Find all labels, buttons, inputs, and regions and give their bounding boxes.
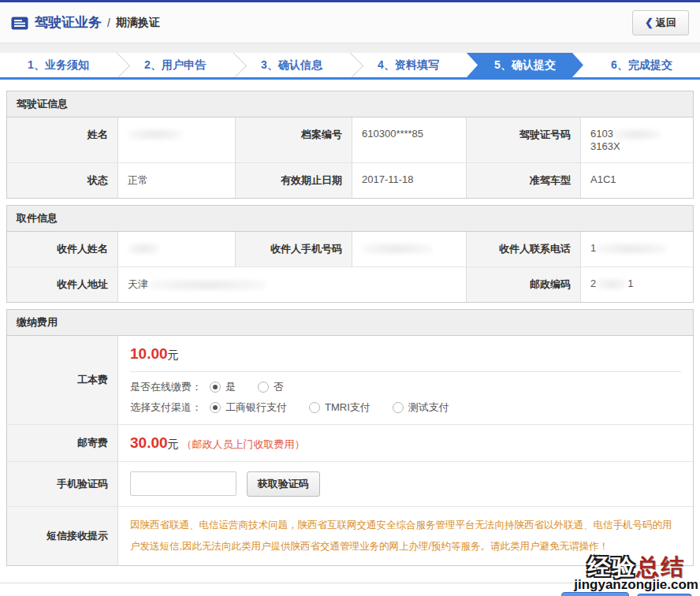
- mail-fee-label: 邮寄费: [7, 425, 118, 461]
- currency-unit: 元: [168, 348, 179, 361]
- online-pay-no-label: 否: [274, 380, 284, 394]
- vehicle-class-value: A1C1: [581, 163, 693, 198]
- table-row: 状态 正常 有效期止日期 2017-11-18 准驾车型 A1C1: [7, 163, 693, 198]
- breadcrumb-separator: /: [107, 17, 110, 29]
- online-pay-no-option[interactable]: 否: [258, 380, 284, 394]
- redacted-value: [362, 243, 433, 255]
- address-prefix: 天津: [128, 278, 148, 290]
- file-no-value: 610300****85: [352, 117, 467, 162]
- sms-tip-label: 短信接收提示: [7, 507, 118, 565]
- channel-test-option[interactable]: 测试支付: [393, 400, 449, 415]
- page-title: 驾驶证业务: [35, 13, 102, 32]
- recipient-name-value: [118, 232, 236, 266]
- footer-buttons: 上一步: [0, 583, 700, 596]
- zip-code-label: 邮政编码: [467, 267, 581, 302]
- recipient-tel-label: 收件人联系电话: [467, 232, 581, 266]
- back-button-label: 返回: [656, 17, 676, 28]
- tel-prefix: 1: [590, 242, 596, 254]
- radio-checked-icon[interactable]: [210, 402, 221, 413]
- pickup-section-title: 取件信息: [7, 206, 693, 232]
- channel-tmri-option[interactable]: TMRI支付: [309, 400, 370, 415]
- redacted-value: [148, 279, 266, 291]
- work-fee-row: 工本费 10.00元 是否在线缴费： 是 否 选择支付渠道： 工商银行支付 TM…: [7, 336, 693, 425]
- work-fee-amount: 10.00: [130, 345, 168, 362]
- sms-code-body: 获取验证码: [118, 462, 693, 506]
- expiry-value: 2017-11-18: [352, 163, 467, 198]
- redacted-value: [128, 243, 159, 255]
- page-header: 驾驶证业务 / 期满换证 ❮返回: [0, 2, 700, 43]
- license-no-prefix: 6103: [590, 128, 613, 140]
- sms-code-label: 手机验证码: [7, 462, 118, 506]
- breadcrumb-current: 期满换证: [116, 16, 160, 30]
- redacted-value: [596, 278, 627, 290]
- name-value: [118, 117, 236, 162]
- status-label: 状态: [7, 163, 118, 198]
- redacted-value: [596, 243, 667, 255]
- step-2-declaration: 2、用户申告: [117, 53, 233, 77]
- redacted-value: [128, 129, 183, 140]
- header-gap: [0, 43, 700, 53]
- mail-fee-note: （邮政人员上门收取费用）: [182, 438, 305, 450]
- step-3-confirm-info: 3、确认信息: [233, 53, 350, 77]
- mail-fee-amount: 30.00: [130, 434, 168, 451]
- online-pay-yes-option[interactable]: 是: [210, 380, 236, 394]
- radio-checked-icon[interactable]: [210, 382, 221, 393]
- work-fee-label: 工本费: [7, 336, 118, 424]
- zip-suffix: 1: [627, 278, 633, 289]
- recipient-mobile-value: [352, 232, 467, 266]
- status-value: 正常: [118, 163, 236, 198]
- expiry-label: 有效期止日期: [236, 163, 352, 198]
- license-no-value: 61033163X: [581, 117, 693, 162]
- license-no-label: 驾驶证号码: [467, 117, 581, 162]
- step-6-complete: 6、完成提交: [583, 53, 700, 77]
- channel-test-label: 测试支付: [408, 400, 449, 415]
- pay-channel-line: 选择支付渠道： 工商银行支付 TMRI支付 测试支付: [130, 400, 681, 415]
- sms-code-row: 手机验证码 获取验证码: [7, 462, 693, 507]
- sms-code-input[interactable]: [130, 471, 236, 496]
- online-pay-line: 是否在线缴费： 是 否: [130, 380, 681, 394]
- step-5-confirm-submit: 5、确认提交: [467, 53, 583, 77]
- sms-tip-text: 因陕西省联通、电信运营商技术问题，陕西省互联网交通安全综合服务管理平台无法向持陕…: [118, 507, 693, 565]
- pay-channel-question: 选择支付渠道：: [130, 400, 202, 415]
- recipient-name-label: 收件人姓名: [7, 232, 118, 266]
- online-pay-question: 是否在线缴费：: [130, 380, 202, 394]
- step-1-notice: 1、业务须知: [0, 53, 117, 77]
- recipient-tel-value: 1: [581, 232, 693, 266]
- license-section-title: 驾驶证信息: [7, 91, 693, 117]
- recipient-mobile-label: 收件人手机号码: [236, 232, 352, 266]
- recipient-address-label: 收件人地址: [7, 267, 118, 302]
- pickup-info-section: 取件信息 收件人姓名 收件人手机号码 收件人联系电话 1 收件人地址 天津 邮政…: [6, 205, 694, 303]
- license-no-suffix: 3163X: [590, 140, 620, 152]
- recipient-address-value: 天津: [118, 267, 467, 302]
- table-row: 姓名 档案编号 610300****85 驾驶证号码 61033163X: [7, 117, 693, 163]
- channel-icbc-option[interactable]: 工商银行支付: [210, 400, 287, 415]
- table-row: 收件人姓名 收件人手机号码 收件人联系电话 1: [7, 232, 693, 267]
- work-fee-body: 10.00元 是否在线缴费： 是 否 选择支付渠道： 工商银行支付 TMRI支付…: [118, 336, 693, 424]
- payment-section-title: 缴纳费用: [7, 310, 693, 336]
- radio-unchecked-icon[interactable]: [393, 402, 404, 413]
- get-code-button[interactable]: 获取验证码: [247, 471, 320, 497]
- step-wizard: 1、业务须知 2、用户申告 3、确认信息 4、资料填写 5、确认提交 6、完成提…: [0, 53, 700, 80]
- mail-fee-body: 30.00元（邮政人员上门收取费用）: [118, 425, 693, 461]
- radio-unchecked-icon[interactable]: [258, 382, 269, 393]
- payment-section: 缴纳费用 工本费 10.00元 是否在线缴费： 是 否 选择支付渠道： 工商银行…: [6, 309, 694, 566]
- list-icon: [11, 17, 28, 30]
- mail-fee-row: 邮寄费 30.00元（邮政人员上门收取费用）: [7, 425, 693, 462]
- work-fee-price: 10.00元: [130, 345, 681, 363]
- channel-icbc-label: 工商银行支付: [225, 400, 287, 415]
- back-button[interactable]: ❮返回: [632, 10, 689, 35]
- channel-tmri-label: TMRI支付: [325, 400, 370, 415]
- step-4-fill-data: 4、资料填写: [350, 53, 467, 77]
- prev-step-button[interactable]: 上一步: [561, 592, 629, 596]
- back-chevron-icon: ❮: [645, 17, 653, 28]
- file-no-label: 档案编号: [236, 117, 352, 162]
- online-pay-yes-label: 是: [225, 380, 236, 394]
- name-label: 姓名: [7, 117, 118, 162]
- vehicle-class-label: 准驾车型: [467, 163, 581, 198]
- currency-unit: 元: [168, 438, 179, 450]
- radio-unchecked-icon[interactable]: [309, 402, 320, 413]
- redacted-value: [613, 129, 661, 140]
- fee-divider: [130, 371, 681, 372]
- zip-code-value: 21: [581, 267, 693, 302]
- license-info-section: 驾驶证信息 姓名 档案编号 610300****85 驾驶证号码 6103316…: [6, 91, 694, 199]
